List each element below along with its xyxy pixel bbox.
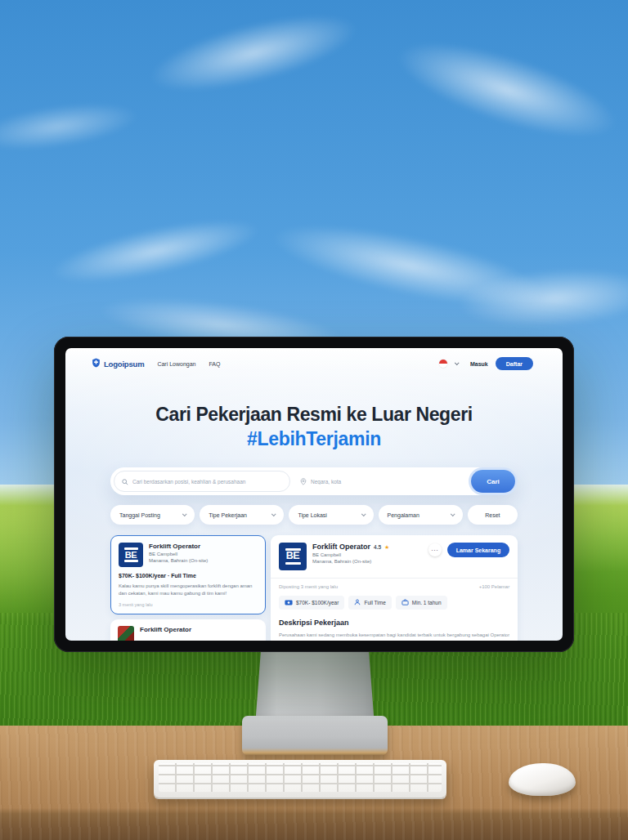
filter-tipe-pekerjaan[interactable]: Tipe Pekerjaan xyxy=(200,505,284,525)
logo-bar xyxy=(124,560,138,562)
daftar-button[interactable]: Daftar xyxy=(496,357,533,370)
filter-tipe-lokasi[interactable]: Tipe Lokasi xyxy=(289,505,373,525)
hero-title-line2: #LebihTerjamin xyxy=(65,428,563,450)
divider xyxy=(271,578,518,579)
hero: Cari Pekerjaan Resmi ke Luar Negeri #Leb… xyxy=(65,404,563,450)
cloud xyxy=(47,208,264,296)
company-logo-be: BE xyxy=(279,543,307,570)
monitor: Logoipsum Cari Lowongan FAQ Masuk Daftar… xyxy=(54,337,574,652)
navbar-right: Masuk Daftar xyxy=(439,357,533,370)
job-description-snippet: Kalau kamu punya skill mengoperasikan fo… xyxy=(119,583,258,598)
cloud xyxy=(143,0,363,106)
chevron-down-icon[interactable] xyxy=(455,360,460,365)
logo-text: Logoipsum xyxy=(104,360,144,369)
logo-shield-icon xyxy=(92,356,101,371)
indonesia-flag-icon[interactable] xyxy=(439,360,447,368)
filter-pengalaman[interactable]: Pengalaman xyxy=(379,505,463,525)
job-badges: $70K- $100K/year Full Time xyxy=(279,596,509,610)
description-text: Perusahaan kami sedang membuka kesempata… xyxy=(279,632,509,639)
job-card-header: Forklift Operator xyxy=(118,626,258,641)
cloud xyxy=(0,95,141,158)
rating-value: 4.5 xyxy=(374,544,381,550)
star-icon: ★ xyxy=(384,544,389,551)
hero-title-line1: Cari Pekerjaan Resmi ke Luar Negeri xyxy=(65,404,563,426)
chevron-down-icon xyxy=(361,512,366,516)
job-detail-actions: ··· Lamar Sekarang xyxy=(428,543,509,557)
briefcase-icon xyxy=(401,599,409,606)
badge-label: $70K- $100K/year xyxy=(296,600,339,605)
location-field[interactable] xyxy=(290,474,471,489)
filter-label: Pengalaman xyxy=(388,512,419,518)
chevron-down-icon xyxy=(182,512,187,516)
job-card-header: BE Forklift Operator BE Campbell Manama,… xyxy=(119,543,258,567)
job-content: BE Forklift Operator BE Campbell Manama,… xyxy=(110,535,518,641)
posted-time: Diposting 3 menit yang lalu xyxy=(279,584,338,589)
job-type-badge: Full Time xyxy=(348,596,391,610)
reset-label: Reset xyxy=(485,512,500,518)
monitor-stand xyxy=(255,647,375,726)
job-title: Forklift Operator xyxy=(312,543,370,551)
job-location: Manama, Bahrain (On-site) xyxy=(312,559,389,564)
cloud xyxy=(388,24,626,157)
applicant-count: +100 Pelamar xyxy=(479,584,510,589)
experience-badge: Min. 1 tahun xyxy=(396,596,447,610)
job-company: BE Campbell xyxy=(312,552,389,557)
masuk-link[interactable]: Masuk xyxy=(470,361,488,367)
job-title: Forklift Operator xyxy=(140,626,191,633)
company-logo xyxy=(118,626,134,641)
search-icon xyxy=(122,474,128,489)
job-title: Forklift Operator xyxy=(149,543,208,550)
job-list: BE Forklift Operator BE Campbell Manama,… xyxy=(110,535,266,641)
mouse xyxy=(509,763,576,796)
nav-link-faq[interactable]: FAQ xyxy=(209,361,220,367)
company-logo-be: BE xyxy=(119,543,143,567)
filter-label: Tipe Lokasi xyxy=(298,512,327,518)
logo-letters: BE xyxy=(125,550,137,560)
scene: Logoipsum Cari Lowongan FAQ Masuk Daftar… xyxy=(0,0,628,840)
filter-tanggal-posting[interactable]: Tanggal Posting xyxy=(110,505,195,525)
filter-bar: Tanggal Posting Tipe Pekerjaan Tipe Loka… xyxy=(110,505,518,525)
keyword-field[interactable] xyxy=(114,471,290,492)
job-posted-time: 3 menit yang lalu xyxy=(119,602,258,607)
keyboard xyxy=(154,760,446,798)
job-card-selected[interactable]: BE Forklift Operator BE Campbell Manama,… xyxy=(110,535,266,614)
nav-link-cari-lowongan[interactable]: Cari Lowongan xyxy=(157,361,195,367)
badge-label: Full Time xyxy=(364,600,385,605)
apply-button[interactable]: Lamar Sekarang xyxy=(447,543,509,557)
job-detail-panel: BE Forklift Operator 4.5 ★ BE Campbell M… xyxy=(271,535,518,641)
screen: Logoipsum Cari Lowongan FAQ Masuk Daftar… xyxy=(65,348,563,641)
location-input[interactable] xyxy=(311,479,461,485)
job-detail-header: BE Forklift Operator 4.5 ★ BE Campbell M… xyxy=(279,543,509,570)
chevron-down-icon xyxy=(271,512,276,516)
job-location: Manama, Bahrain (On-site) xyxy=(149,558,208,563)
salary-badge: $70K- $100K/year xyxy=(279,596,344,610)
filter-label: Tipe Pekerjaan xyxy=(209,512,247,518)
search-submit-button[interactable]: Cari xyxy=(471,470,515,493)
filter-label: Tanggal Posting xyxy=(119,512,160,518)
job-card[interactable]: Forklift Operator xyxy=(110,619,266,641)
chevron-down-icon xyxy=(451,512,455,516)
job-company: BE Campbell xyxy=(149,552,208,556)
job-salary: $70K- $100K/year · Full Time xyxy=(119,573,258,579)
job-card-titles: Forklift Operator BE Campbell Manama, Ba… xyxy=(149,543,208,563)
description-heading: Deskripsi Pekerjaan xyxy=(279,619,509,627)
map-pin-icon xyxy=(300,474,307,489)
keyboard-keys xyxy=(159,763,442,792)
site-logo[interactable]: Logoipsum xyxy=(92,356,144,371)
badge-label: Min. 1 tahun xyxy=(412,600,442,605)
navbar: Logoipsum Cari Lowongan FAQ Masuk Daftar xyxy=(65,348,563,371)
job-meta-row: Diposting 3 menit yang lalu +100 Pelamar xyxy=(279,584,509,589)
search-input[interactable] xyxy=(132,479,282,485)
search-bar: Cari xyxy=(110,467,518,495)
logo-bar xyxy=(285,562,301,565)
filter-reset-button[interactable]: Reset xyxy=(468,505,518,525)
more-options-icon[interactable]: ··· xyxy=(428,543,442,556)
logo-letters: BE xyxy=(286,551,299,562)
job-card-titles: Forklift Operator xyxy=(140,626,191,633)
person-icon xyxy=(354,599,361,606)
monitor-stand-base xyxy=(242,716,388,755)
job-detail-titles: Forklift Operator 4.5 ★ BE Campbell Mana… xyxy=(312,543,389,564)
banknote-icon xyxy=(285,600,293,606)
